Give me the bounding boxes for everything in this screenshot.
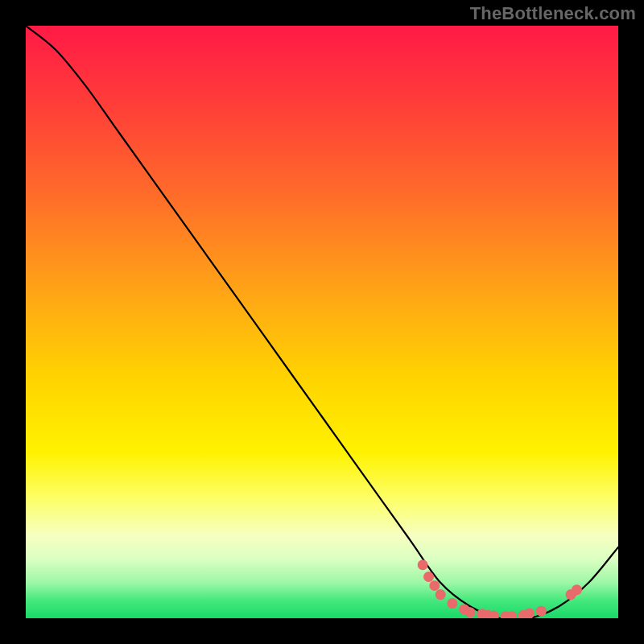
data-point — [418, 559, 428, 570]
data-point — [572, 584, 582, 595]
data-point — [447, 598, 457, 609]
data-point — [429, 580, 440, 591]
data-point — [465, 607, 476, 617]
data-point — [423, 572, 434, 582]
data-points-group — [418, 559, 582, 618]
plot-area — [26, 26, 618, 618]
curve-svg — [26, 26, 618, 618]
data-point — [436, 589, 446, 600]
bottleneck-curve — [26, 26, 618, 618]
chart-frame: TheBottleneck.com — [0, 0, 644, 644]
data-point — [536, 606, 547, 617]
watermark-text: TheBottleneck.com — [470, 3, 636, 24]
data-point — [524, 609, 535, 618]
